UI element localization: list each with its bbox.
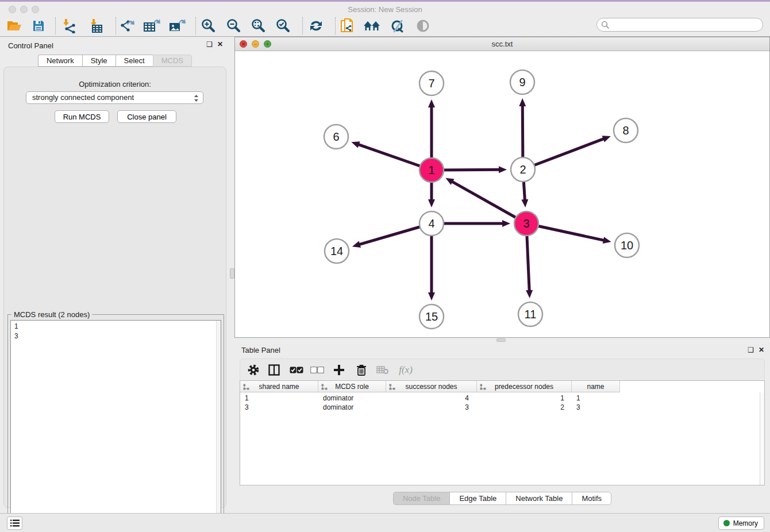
tab-select[interactable]: Select [116, 55, 153, 67]
toolbar-separator [302, 17, 303, 34]
graph-node-4[interactable]: 4 [419, 211, 444, 236]
graph-node-11[interactable]: 11 [518, 302, 542, 326]
zoom-in-button[interactable] [199, 17, 218, 35]
toolbar-separator [335, 17, 336, 34]
zoom-in-icon [201, 18, 216, 33]
column-header-predecessor-nodes[interactable]: predecessor nodes [477, 381, 572, 392]
mcds-result-group: MCDS result (2 nodes) 1 3 [7, 314, 224, 531]
create-column-button[interactable] [330, 361, 348, 379]
horizontal-splitter[interactable] [234, 338, 770, 342]
tab-network-table[interactable]: Network Table [506, 492, 572, 505]
window-titlebar: Session: New Session [0, 0, 770, 15]
splitter-handle[interactable] [230, 268, 234, 279]
task-history-button[interactable] [7, 516, 22, 530]
graph-node-8[interactable]: 8 [614, 118, 638, 142]
column-header-shared-name[interactable]: shared name [240, 381, 318, 392]
import-network-button[interactable] [60, 17, 79, 35]
result-line: 3 [14, 331, 217, 341]
show-graphics-details-button[interactable] [413, 17, 433, 35]
apply-layout-button[interactable] [306, 17, 326, 35]
apply-function-button[interactable]: f(x) [394, 361, 417, 379]
window-title: Session: New Session [0, 5, 770, 14]
table-panel-close-icon[interactable]: ✕ [759, 346, 764, 354]
delete-table-button[interactable] [374, 361, 391, 379]
run-mcds-button[interactable]: Run MCDS [55, 110, 109, 123]
optimization-criterion-value: strongly connected component [32, 93, 134, 102]
network-graph[interactable]: 1234678910111415 [235, 51, 769, 337]
memory-button[interactable]: Memory [718, 516, 764, 530]
graph-arrowhead [352, 241, 361, 248]
save-floppy-icon [32, 20, 45, 32]
table-panel-float-icon[interactable]: ❑ [748, 346, 754, 354]
result-scrollbar[interactable] [216, 321, 221, 527]
graph-node-15[interactable]: 15 [419, 304, 444, 329]
graph-node-2[interactable]: 2 [511, 157, 535, 182]
trash-icon [356, 364, 367, 376]
column-header-successor-nodes[interactable]: successor nodes [386, 381, 477, 392]
column-header-mcds-role[interactable]: MCDS role [318, 381, 386, 392]
select-all-rows-button[interactable] [288, 361, 305, 379]
graph-arrowhead [526, 290, 533, 298]
cell-predecessor-nodes: 2 [477, 403, 564, 411]
graph-arrowhead [499, 166, 507, 173]
network-canvas[interactable]: 1234678910111415 [235, 51, 769, 337]
main-toolbar [0, 15, 770, 37]
first-neighbors-button[interactable] [363, 17, 382, 35]
graph-node-1[interactable]: 1 [419, 158, 444, 182]
houses-icon [363, 20, 382, 32]
export-image-button[interactable] [167, 17, 187, 35]
control-panel-close-icon[interactable]: ✕ [217, 40, 223, 48]
graph-edge-3-1[interactable] [450, 180, 526, 223]
column-label: shared name [259, 383, 299, 391]
network-window-titlebar[interactable]: ✕ − + scc.txt [235, 37, 769, 51]
tab-mcds[interactable]: MCDS [153, 55, 192, 67]
columns-icon [268, 364, 280, 376]
graph-edge-2-8[interactable] [523, 138, 606, 169]
control-panel-tabs: Network Style Select MCDS [0, 55, 230, 67]
graph-node-6[interactable]: 6 [324, 125, 348, 149]
graph-node-14[interactable]: 14 [325, 239, 349, 263]
network-view-window: ✕ − + scc.txt 1234678910111415 [234, 37, 770, 338]
export-table-button[interactable] [142, 17, 161, 35]
optimization-criterion-select[interactable]: strongly connected component [26, 91, 203, 104]
clone-network-icon [340, 18, 355, 34]
tab-node-table[interactable]: Node Table [393, 492, 450, 505]
control-panel-float-icon[interactable]: ❑ [206, 40, 213, 48]
graph-node-9[interactable]: 9 [510, 70, 534, 94]
zoom-selected-button[interactable] [274, 17, 293, 35]
zoom-fit-icon [251, 18, 266, 33]
import-table-button[interactable] [86, 17, 106, 35]
zoom-out-button[interactable] [224, 17, 244, 35]
column-header-name[interactable]: name [572, 381, 620, 392]
tab-motifs[interactable]: Motifs [572, 492, 611, 505]
checked-boxes-icon [290, 367, 303, 373]
graph-node-label: 4 [428, 217, 434, 230]
splitter-handle[interactable] [496, 338, 506, 342]
graph-arrowhead [428, 292, 435, 300]
cell-successor-nodes: 4 [386, 394, 469, 402]
graph-node-7[interactable]: 7 [419, 71, 444, 95]
search-input[interactable] [596, 18, 763, 32]
tab-edge-table[interactable]: Edge Table [449, 492, 506, 505]
delete-columns-button[interactable] [353, 361, 370, 379]
tab-network[interactable]: Network [38, 55, 82, 67]
table-options-button[interactable] [245, 361, 262, 379]
show-columns-button[interactable] [265, 361, 283, 379]
table-scrollbar[interactable] [760, 392, 764, 485]
zoom-fit-button[interactable] [249, 17, 268, 35]
deselect-all-rows-button[interactable] [309, 361, 326, 379]
graph-node-10[interactable]: 10 [615, 233, 639, 257]
export-network-button[interactable] [117, 17, 137, 35]
save-session-button[interactable] [29, 17, 48, 35]
open-session-button[interactable] [5, 17, 24, 35]
close-panel-button[interactable]: Close panel [117, 110, 176, 123]
column-tree-icon [243, 384, 249, 390]
graph-node-3[interactable]: 3 [514, 211, 538, 236]
hide-graphics-details-button[interactable] [388, 17, 407, 35]
vertical-splitter[interactable] [230, 37, 234, 513]
table-panel-title: Table Panel [241, 346, 280, 354]
export-table-icon [143, 18, 160, 33]
tab-style[interactable]: Style [82, 55, 116, 67]
clone-network-button[interactable] [338, 17, 357, 35]
mcds-result-textarea[interactable]: 1 3 [10, 320, 221, 528]
